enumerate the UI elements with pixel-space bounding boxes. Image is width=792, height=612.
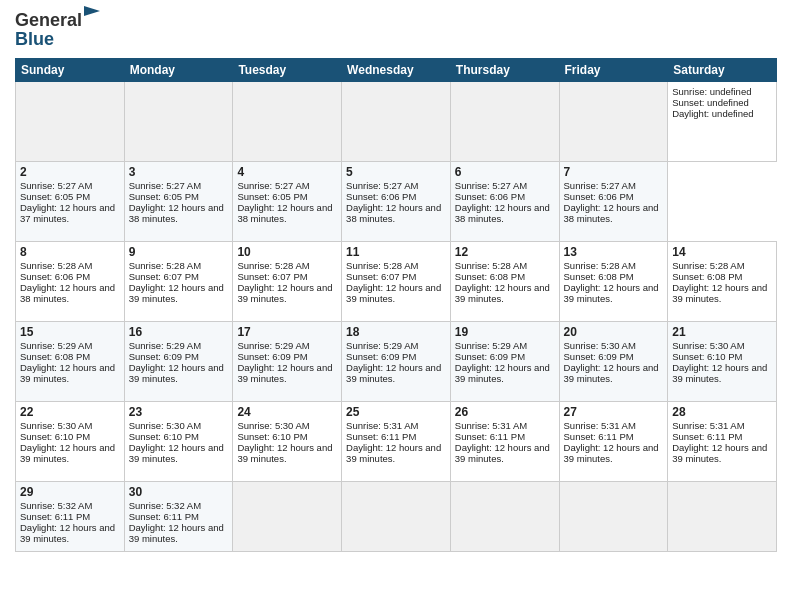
sunrise-label: Sunrise: 5:30 AM [237, 420, 309, 431]
day-number: 28 [672, 405, 772, 419]
sunrise-label: Sunrise: 5:27 AM [564, 180, 636, 191]
empty-cell [668, 482, 777, 552]
daylight-label: Daylight: 12 hours and 39 minutes. [672, 442, 767, 464]
day-number: 16 [129, 325, 229, 339]
daylight-label: Daylight: 12 hours and 37 minutes. [20, 202, 115, 224]
day-cell-9: 9Sunrise: 5:28 AMSunset: 6:07 PMDaylight… [124, 242, 233, 322]
sunset-label: Sunset: 6:11 PM [564, 431, 634, 442]
day-number: 11 [346, 245, 446, 259]
day-number: 23 [129, 405, 229, 419]
sunrise-label: Sunrise: 5:28 AM [20, 260, 92, 271]
daylight-label: Daylight: undefined [672, 108, 753, 119]
day-number: 3 [129, 165, 229, 179]
day-cell-19: 19Sunrise: 5:29 AMSunset: 6:09 PMDayligh… [450, 322, 559, 402]
sunset-label: Sunset: 6:06 PM [455, 191, 525, 202]
day-cell-27: 27Sunrise: 5:31 AMSunset: 6:11 PMDayligh… [559, 402, 668, 482]
daylight-label: Daylight: 12 hours and 39 minutes. [129, 442, 224, 464]
daylight-label: Daylight: 12 hours and 39 minutes. [564, 282, 659, 304]
day-cell-14: 14Sunrise: 5:28 AMSunset: 6:08 PMDayligh… [668, 242, 777, 322]
day-number: 25 [346, 405, 446, 419]
sunrise-label: Sunrise: 5:28 AM [564, 260, 636, 271]
daylight-label: Daylight: 12 hours and 39 minutes. [455, 442, 550, 464]
day-cell-6: 6Sunrise: 5:27 AMSunset: 6:06 PMDaylight… [450, 162, 559, 242]
day-cell-25: 25Sunrise: 5:31 AMSunset: 6:11 PMDayligh… [342, 402, 451, 482]
day-cell-24: 24Sunrise: 5:30 AMSunset: 6:10 PMDayligh… [233, 402, 342, 482]
sunrise-label: Sunrise: 5:28 AM [129, 260, 201, 271]
day-cell-5: 5Sunrise: 5:27 AMSunset: 6:06 PMDaylight… [342, 162, 451, 242]
day-number: 9 [129, 245, 229, 259]
logo: General Blue [15, 10, 82, 50]
sunset-label: Sunset: 6:11 PM [129, 511, 199, 522]
daylight-label: Daylight: 12 hours and 39 minutes. [237, 362, 332, 384]
sunset-label: Sunset: 6:06 PM [20, 271, 90, 282]
sunset-label: Sunset: 6:07 PM [129, 271, 199, 282]
sunset-label: Sunset: 6:08 PM [20, 351, 90, 362]
sunset-label: Sunset: 6:09 PM [455, 351, 525, 362]
day-cell-8: 8Sunrise: 5:28 AMSunset: 6:06 PMDaylight… [16, 242, 125, 322]
daylight-label: Daylight: 12 hours and 39 minutes. [346, 362, 441, 384]
logo-general: General [15, 10, 82, 30]
day-header-tuesday: Tuesday [233, 59, 342, 82]
daylight-label: Daylight: 12 hours and 39 minutes. [672, 282, 767, 304]
daylight-label: Daylight: 12 hours and 39 minutes. [564, 362, 659, 384]
day-cell-10: 10Sunrise: 5:28 AMSunset: 6:07 PMDayligh… [233, 242, 342, 322]
day-header-friday: Friday [559, 59, 668, 82]
day-cell-2: 2Sunrise: 5:27 AMSunset: 6:05 PMDaylight… [16, 162, 125, 242]
day-number: 12 [455, 245, 555, 259]
day-cell-16: 16Sunrise: 5:29 AMSunset: 6:09 PMDayligh… [124, 322, 233, 402]
sunset-label: Sunset: 6:09 PM [346, 351, 416, 362]
daylight-label: Daylight: 12 hours and 39 minutes. [129, 362, 224, 384]
day-cell-4: 4Sunrise: 5:27 AMSunset: 6:05 PMDaylight… [233, 162, 342, 242]
daylight-label: Daylight: 12 hours and 39 minutes. [672, 362, 767, 384]
daylight-label: Daylight: 12 hours and 39 minutes. [346, 442, 441, 464]
sunset-label: Sunset: 6:08 PM [564, 271, 634, 282]
day-cell-29: 29Sunrise: 5:32 AMSunset: 6:11 PMDayligh… [16, 482, 125, 552]
sunrise-label: Sunrise: 5:31 AM [346, 420, 418, 431]
day-number: 2 [20, 165, 120, 179]
day-header-sunday: Sunday [16, 59, 125, 82]
day-cell-17: 17Sunrise: 5:29 AMSunset: 6:09 PMDayligh… [233, 322, 342, 402]
logo-blue: Blue [15, 29, 54, 50]
daylight-label: Daylight: 12 hours and 38 minutes. [129, 202, 224, 224]
sunset-label: Sunset: 6:10 PM [20, 431, 90, 442]
sunrise-label: Sunrise: 5:29 AM [20, 340, 92, 351]
day-cell-7: 7Sunrise: 5:27 AMSunset: 6:06 PMDaylight… [559, 162, 668, 242]
day-cell-3: 3Sunrise: 5:27 AMSunset: 6:05 PMDaylight… [124, 162, 233, 242]
sunrise-label: Sunrise: undefined [672, 86, 751, 97]
sunrise-label: Sunrise: 5:30 AM [672, 340, 744, 351]
day-cell-12: 12Sunrise: 5:28 AMSunset: 6:08 PMDayligh… [450, 242, 559, 322]
sunrise-label: Sunrise: 5:32 AM [129, 500, 201, 511]
day-number: 29 [20, 485, 120, 499]
empty-cell [342, 482, 451, 552]
daylight-label: Daylight: 12 hours and 39 minutes. [346, 282, 441, 304]
daylight-label: Daylight: 12 hours and 38 minutes. [237, 202, 332, 224]
daylight-label: Daylight: 12 hours and 39 minutes. [20, 362, 115, 384]
day-header-saturday: Saturday [668, 59, 777, 82]
sunrise-label: Sunrise: 5:27 AM [129, 180, 201, 191]
daylight-label: Daylight: 12 hours and 39 minutes. [20, 522, 115, 544]
day-number: 19 [455, 325, 555, 339]
sunrise-label: Sunrise: 5:28 AM [346, 260, 418, 271]
empty-cell [559, 82, 668, 162]
sunset-label: Sunset: 6:06 PM [346, 191, 416, 202]
day-number: 30 [129, 485, 229, 499]
daylight-label: Daylight: 12 hours and 39 minutes. [237, 282, 332, 304]
day-number: 20 [564, 325, 664, 339]
header: General Blue [15, 10, 777, 50]
sunrise-label: Sunrise: 5:29 AM [455, 340, 527, 351]
sunrise-label: Sunrise: 5:27 AM [346, 180, 418, 191]
daylight-label: Daylight: 12 hours and 39 minutes. [129, 282, 224, 304]
sunset-label: Sunset: 6:09 PM [129, 351, 199, 362]
sunrise-label: Sunrise: 5:31 AM [455, 420, 527, 431]
sunrise-label: Sunrise: 5:29 AM [346, 340, 418, 351]
day-number: 21 [672, 325, 772, 339]
empty-cell [559, 482, 668, 552]
day-number: 18 [346, 325, 446, 339]
day-cell-13: 13Sunrise: 5:28 AMSunset: 6:08 PMDayligh… [559, 242, 668, 322]
sunrise-label: Sunrise: 5:27 AM [237, 180, 309, 191]
daylight-label: Daylight: 12 hours and 39 minutes. [455, 362, 550, 384]
sunset-label: Sunset: 6:07 PM [237, 271, 307, 282]
day-number: 8 [20, 245, 120, 259]
daylight-label: Daylight: 12 hours and 39 minutes. [564, 442, 659, 464]
day-cell-23: 23Sunrise: 5:30 AMSunset: 6:10 PMDayligh… [124, 402, 233, 482]
